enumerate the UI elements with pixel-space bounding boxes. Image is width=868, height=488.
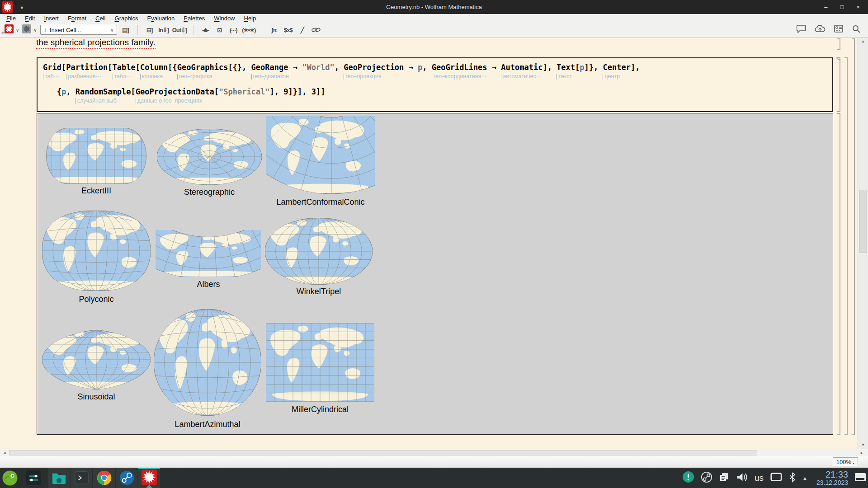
map-label-winkeltripel: WinkelTripel — [297, 287, 341, 296]
menu-help[interactable]: Help — [240, 15, 261, 22]
code-text: ], 9]}], 3]] — [270, 87, 326, 96]
code-line-1[interactable]: Grid[Partition[Table[Column[{GeoGraphics… — [43, 63, 640, 72]
input-cell[interactable]: Grid[Partition[Table[Column[{GeoGraphics… — [37, 57, 833, 112]
new-notebook-button[interactable] — [5, 24, 14, 35]
scroll-left-arrow[interactable]: ◂ — [1, 449, 8, 456]
display-icon[interactable] — [770, 472, 783, 484]
tray-expand-icon[interactable]: ▲ — [802, 475, 807, 481]
scroll-right-arrow[interactable]: ▸ — [858, 449, 865, 456]
code-caption: разбиение··· — [66, 74, 101, 80]
keyboard-shortcuts-icon[interactable]: (∗▪∗) — [242, 24, 255, 35]
horizontal-scroll-thumb[interactable] — [9, 450, 757, 455]
menu-format[interactable]: Format — [63, 15, 91, 22]
map-label-albers: Albers — [197, 280, 220, 289]
menu-file[interactable]: File — [2, 15, 20, 22]
code-text: , GeoProjection → — [335, 63, 418, 72]
menu-cell[interactable]: Cell — [91, 15, 110, 22]
clipboard-notes-icon[interactable] — [719, 472, 730, 484]
toolbar-separator — [262, 25, 262, 35]
code-caption: автоматичес··· — [501, 74, 542, 80]
scroll-up-arrow[interactable]: ▴ — [858, 38, 868, 45]
maximize-button[interactable]: □ — [840, 4, 844, 10]
code-text: , GeoGridLines → Automatic], Text[ — [422, 63, 580, 72]
toolbar-right — [797, 24, 868, 35]
cell-style-button[interactable] — [22, 24, 31, 35]
steam-icon — [119, 470, 135, 486]
code-caption: текст — [557, 74, 572, 80]
menu-graphics[interactable]: Graphics — [110, 15, 143, 22]
menu-edit[interactable]: Edit — [20, 15, 39, 22]
output-cell-bracket[interactable] — [837, 113, 840, 435]
outer-group-bracket[interactable] — [852, 38, 855, 435]
chat-assistant-icon[interactable] — [797, 24, 807, 35]
new-notebook-menu-chevron[interactable]: ∨ — [16, 28, 19, 33]
code-text: { — [43, 87, 61, 96]
vertical-scroll-thumb[interactable] — [859, 190, 867, 253]
text-cell-bracket[interactable] — [837, 38, 840, 50]
minimize-button[interactable]: – — [824, 4, 827, 10]
cursor-tracker-icon[interactable]: ◂I▸ — [200, 24, 211, 35]
hyperlink-icon[interactable] — [311, 24, 321, 35]
code-line-2[interactable]: {p, RandomSample[GeoProjectionData["Sphe… — [43, 87, 325, 96]
group-cells-icon[interactable]: ⊟] — [144, 24, 155, 35]
text-cell[interactable]: the spherical projections family. — [36, 38, 156, 47]
menu-evaluation[interactable]: Evaluation — [143, 15, 179, 22]
notifications-panel-icon[interactable] — [854, 472, 866, 484]
cloud-publish-icon[interactable] — [815, 24, 826, 35]
keyboard-layout-indicator[interactable]: us — [755, 473, 764, 483]
code-variable: p — [61, 87, 66, 96]
clear-cell-icon[interactable]: ⊡ — [214, 24, 225, 35]
taskbar-item-settings[interactable] — [24, 468, 43, 488]
steam-tray-icon[interactable] — [701, 471, 712, 485]
documentation-icon[interactable] — [834, 24, 844, 35]
menu-window[interactable]: Window — [209, 15, 239, 22]
scroll-down-arrow[interactable]: ▾ — [858, 441, 868, 449]
cell-style-menu-chevron[interactable]: ∨ — [33, 28, 37, 33]
volume-icon[interactable] — [736, 472, 748, 484]
map-label-lambertazimuthal: LambertAzimuthal — [175, 420, 240, 429]
map-label-eckertiii: EckertIII — [81, 186, 111, 196]
taskbar-item-chrome[interactable] — [93, 468, 115, 488]
typeset-palette-icon[interactable]: ∫π — [269, 24, 279, 35]
code-caption: колонка — [140, 74, 163, 80]
notebook-area: the spherical projections family. Grid[P… — [0, 38, 868, 449]
map-winkeltripel — [265, 218, 373, 285]
taskbar-item-file-manager[interactable] — [48, 468, 70, 488]
system-tray: us ▲ 21:33 23.12.2023 — [682, 470, 868, 486]
map-stereographic — [157, 129, 262, 185]
close-button[interactable]: × — [856, 4, 860, 10]
code-caption: гео–проекция — [344, 74, 381, 80]
file-manager-icon — [51, 470, 67, 486]
show-input-icon[interactable]: In⇩] — [158, 24, 169, 35]
clock[interactable]: 21:33 23.12.2023 — [816, 470, 848, 486]
map-polyconic — [42, 211, 151, 291]
show-output-icon[interactable]: Out⇩] — [172, 24, 187, 35]
toolbar: ∨∨+Insert Cell...∨▤]⊟]In⇩]Out⇩]◂I▸⊡(···)… — [0, 23, 868, 38]
more-options-icon[interactable]: (···) — [228, 24, 239, 35]
title-bar: ● Geometry.nb - Wolfram Mathematica – □ … — [0, 0, 868, 14]
code-caption: гео–диапазон — [251, 74, 289, 80]
taskbar-item-opensuse[interactable] — [0, 468, 20, 488]
input-cell-bracket[interactable] — [837, 57, 840, 112]
taskbar-item-steam[interactable] — [116, 468, 137, 488]
horizontal-scrollbar[interactable]: ◂ ▸ — [0, 449, 868, 456]
magnification-button[interactable]: 100% ▾ — [833, 457, 858, 466]
code-string: "Spherical" — [219, 87, 270, 96]
inner-group-bracket[interactable] — [844, 57, 848, 435]
search-icon[interactable] — [852, 24, 861, 35]
map-eckertiii — [42, 128, 151, 184]
drawing-tools-icon[interactable]: ╱ — [297, 24, 307, 35]
menu-insert[interactable]: Insert — [39, 15, 63, 22]
chrome-icon — [96, 470, 112, 486]
output-cell[interactable]: EckertIIIStereographicLambertConformalCo… — [37, 113, 833, 435]
taskbar-item-terminal[interactable] — [71, 468, 92, 488]
active-app-indicator — [138, 468, 160, 469]
menu-palettes[interactable]: Palettes — [179, 15, 209, 22]
updates-notifier-icon[interactable] — [682, 471, 694, 485]
inline-math-icon[interactable]: $x$ — [283, 24, 293, 35]
bluetooth-icon[interactable] — [789, 472, 796, 484]
cell-appearance-icon[interactable]: ▤] — [120, 24, 131, 35]
insert-cell-combo[interactable]: +Insert Cell...∨ — [40, 25, 117, 35]
vertical-scrollbar[interactable]: ▴ ▾ — [858, 38, 868, 449]
taskbar-item-mathematica[interactable] — [138, 468, 160, 488]
